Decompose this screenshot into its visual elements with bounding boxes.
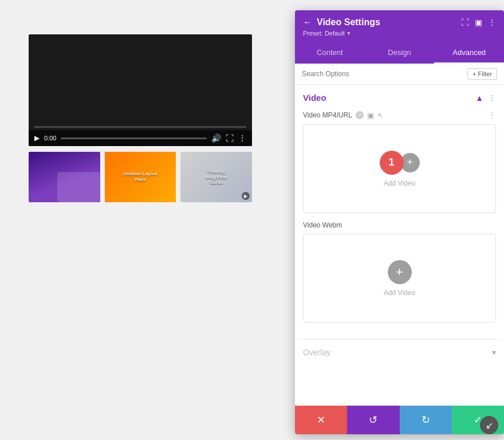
time-display: 0:00 <box>44 135 56 142</box>
fullscreen-button[interactable]: ⛶ <box>226 133 234 143</box>
mp4-upload-box[interactable]: 1 + Add Video <box>303 124 496 213</box>
tabs: Content Design Advanced <box>295 42 504 64</box>
webm-field-label: Video Webm <box>303 221 342 229</box>
resize-icon[interactable]: ⛶ <box>461 18 469 27</box>
overlay-header: Overlay ▾ <box>303 348 496 357</box>
redo-button[interactable]: ↻ <box>400 406 452 434</box>
panel-content: Video ▲ ⋮ Video MP4/URL ? ▣ ↖ ⋮ 1 + Add <box>295 85 504 406</box>
section-controls: ▲ ⋮ <box>475 93 496 103</box>
webm-field-label-row: Video Webm <box>303 221 496 229</box>
panel-title: Video Settings <box>317 17 380 28</box>
tab-advanced[interactable]: Advanced <box>434 42 504 64</box>
webm-plus-btn[interactable]: + <box>388 260 412 284</box>
mp4-field-label: Video MP4/URL <box>303 111 352 119</box>
mp4-help-icon[interactable]: ? <box>356 111 364 119</box>
more-settings-icon[interactable]: ⋮ <box>488 18 496 27</box>
tab-design[interactable]: Design <box>365 42 435 64</box>
thumb-3-play: ▶ <box>242 192 250 200</box>
left-panel: ▶ 0:00 🔊 ⛶ ⋮ Dietitian Layout Pack Float… <box>0 0 281 440</box>
cancel-button[interactable]: ✕ <box>295 406 347 434</box>
tab-content[interactable]: Content <box>295 42 365 64</box>
video-player: ▶ 0:00 🔊 ⛶ ⋮ <box>29 34 252 146</box>
section-collapse-icon[interactable]: ▲ <box>475 93 483 103</box>
webm-upload-box[interactable]: + Add Video <box>303 234 496 323</box>
undo-button[interactable]: ↺ <box>347 406 399 434</box>
thumb-2-label: Dietitian Layout Pack <box>123 171 158 182</box>
thumbnail-1[interactable] <box>29 152 100 202</box>
header-icons: ⛶ ▣ ⋮ <box>461 18 496 27</box>
back-title: ← Video Settings <box>303 17 380 28</box>
mp4-add-btn-group: 1 + <box>380 151 420 175</box>
helper-badge[interactable]: ↙ <box>480 416 498 434</box>
mp4-numbered-btn[interactable]: 1 <box>380 151 404 175</box>
section-header: Video ▲ ⋮ <box>303 93 496 103</box>
panel-header: ← Video Settings ⛶ ▣ ⋮ Preset: Default <box>295 10 504 42</box>
mp4-field-label-row: Video MP4/URL ? ▣ ↖ ⋮ <box>303 111 496 120</box>
section-title: Video <box>303 93 326 103</box>
back-arrow-icon[interactable]: ← <box>303 17 312 28</box>
search-bar: + Filter <box>295 64 504 85</box>
bottom-bar: ✕ ↺ ↻ ✓ <box>295 406 504 434</box>
thumb-3-label: FloatingBlog PostCards <box>206 169 227 186</box>
filter-button[interactable]: + Filter <box>467 68 497 80</box>
section-more-icon[interactable]: ⋮ <box>488 93 496 103</box>
columns-icon[interactable]: ▣ <box>475 18 482 27</box>
header-top: ← Video Settings ⛶ ▣ ⋮ <box>303 17 496 28</box>
video-controls: ▶ 0:00 🔊 ⛶ ⋮ <box>29 130 252 146</box>
more-button[interactable]: ⋮ <box>238 133 246 143</box>
thumbnail-2[interactable]: Dietitian Layout Pack <box>105 152 176 202</box>
webm-add-label: Add Video <box>384 289 415 297</box>
preset-dropdown[interactable]: Preset: Default <box>303 30 496 37</box>
play-button[interactable]: ▶ <box>34 134 40 142</box>
volume-button[interactable]: 🔊 <box>211 133 221 143</box>
overlay-title: Overlay <box>303 348 330 357</box>
thumbnail-3[interactable]: FloatingBlog PostCards ▶ <box>180 152 252 202</box>
mp4-cursor-icon[interactable]: ↖ <box>377 111 384 120</box>
progress-bar[interactable] <box>61 138 207 139</box>
mp4-more-icon[interactable]: ⋮ <box>488 111 496 120</box>
video-settings-panel: ← Video Settings ⛶ ▣ ⋮ Preset: Default C… <box>295 10 504 434</box>
thumbnail-strip: Dietitian Layout Pack FloatingBlog PostC… <box>29 152 252 202</box>
overlay-section: Overlay ▾ <box>295 339 504 365</box>
overlay-chevron-icon[interactable]: ▾ <box>492 348 496 357</box>
search-input[interactable] <box>302 70 464 78</box>
mp4-device-icon[interactable]: ▣ <box>367 111 374 120</box>
video-section: Video ▲ ⋮ Video MP4/URL ? ▣ ↖ ⋮ 1 + Add <box>295 85 504 339</box>
mp4-add-label: Add Video <box>384 179 415 187</box>
